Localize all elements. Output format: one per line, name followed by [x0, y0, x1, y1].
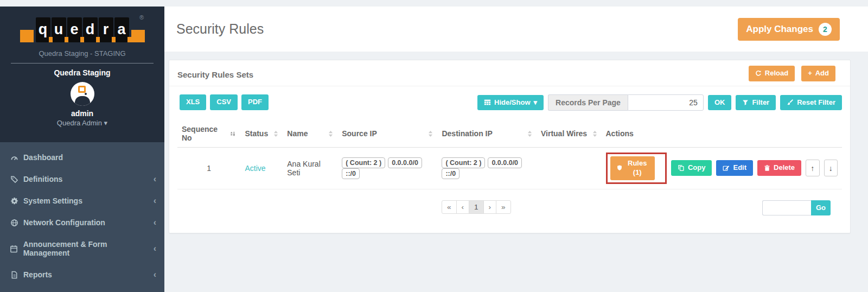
pagination-page-1-button[interactable]: 1: [469, 200, 484, 214]
sidebar-item-announcement-form-management[interactable]: Announcement & Form Management ‹: [0, 233, 164, 264]
records-per-page-input[interactable]: [628, 94, 704, 111]
add-label: Add: [815, 69, 829, 78]
reset-filter-label: Reset Filter: [797, 98, 835, 107]
filter-label: Filter: [752, 98, 769, 107]
page-title: Security Rules: [176, 21, 264, 37]
column-label: Virtual Wires: [541, 129, 587, 138]
hide-show-columns-button[interactable]: Hide/Show ▾: [477, 95, 544, 111]
username-label: admin: [0, 109, 164, 118]
filter-tools: Hide/Show ▾ Records Per Page OK: [477, 94, 842, 111]
apply-changes-button[interactable]: Apply Changes 2: [738, 18, 840, 41]
gears-icon: [8, 197, 20, 205]
copy-button[interactable]: Copy: [671, 160, 712, 176]
brush-icon: [787, 99, 794, 106]
reload-button[interactable]: Reload: [749, 66, 795, 81]
logo-letter-tile: e: [67, 17, 82, 42]
main-area: Security Rules Apply Changes 2 Security …: [164, 7, 868, 292]
edit-pencil-icon: [723, 164, 730, 172]
go-button[interactable]: Go: [811, 200, 831, 215]
app-root: q u e d r a ® Quedra Staging - STAGING Q…: [0, 7, 868, 292]
export-buttons: XLS CSV PDF: [180, 94, 269, 110]
status-active-link[interactable]: Active: [245, 164, 265, 173]
sidebar-item-label: Definitions: [23, 175, 62, 183]
sort-icon: [325, 130, 333, 137]
sort-icon: [270, 130, 278, 137]
column-header-sequence-no[interactable]: Sequence No: [177, 119, 240, 148]
plus-icon: +: [808, 69, 812, 78]
avatar-monitor-icon: [78, 86, 86, 93]
add-button[interactable]: + Add: [801, 66, 835, 81]
column-header-name[interactable]: Name: [283, 119, 337, 148]
user-role-dropdown[interactable]: Quedra Admin ▾: [0, 119, 164, 127]
records-per-page-label: Records Per Page: [548, 94, 628, 111]
logo-letter-tile: a: [114, 17, 129, 42]
column-header-source-ip[interactable]: Source IP: [337, 119, 437, 148]
chevron-left-icon: ‹: [154, 270, 156, 279]
page-number-input[interactable]: [762, 200, 811, 215]
cell-actions: Rules (1) Copy: [602, 148, 843, 189]
column-header-status[interactable]: Status: [240, 119, 283, 148]
caret-down-icon: ▾: [534, 98, 538, 107]
caret-down-icon: ▾: [104, 119, 108, 127]
content-area: Security Rules Sets Reload + Add: [164, 52, 868, 292]
filter-button[interactable]: Filter: [736, 95, 776, 111]
cell-sequence-no: 1: [177, 148, 240, 189]
rules-button[interactable]: Rules (1): [610, 156, 655, 180]
hide-show-label: Hide/Show: [494, 98, 530, 107]
pagination-last-button[interactable]: »: [496, 200, 511, 214]
pagination-next-button[interactable]: ›: [483, 200, 497, 214]
ok-button[interactable]: OK: [708, 95, 732, 111]
pagination-first-button[interactable]: «: [442, 200, 457, 214]
column-label: Name: [287, 129, 308, 138]
column-label: Source IP: [342, 129, 377, 138]
sidebar-item-label: Network Configuration: [23, 218, 105, 227]
sidebar-item-label: Dashboard: [23, 153, 63, 162]
column-label: Destination IP: [442, 129, 492, 138]
sort-icon: [589, 130, 597, 137]
table-grid-icon: [484, 99, 491, 106]
move-up-button[interactable]: ↑: [806, 160, 819, 176]
sidebar-item-definitions[interactable]: Definitions ‹: [0, 168, 164, 190]
export-csv-button[interactable]: CSV: [210, 94, 238, 110]
reload-label: Reload: [765, 69, 788, 78]
export-pdf-button[interactable]: PDF: [241, 94, 269, 110]
user-avatar: [71, 82, 94, 106]
cell-status: Active: [240, 148, 283, 189]
quedra-logo[interactable]: q u e d r a ®: [0, 17, 164, 42]
funnel-icon: [742, 99, 749, 106]
security-rules-sets-panel: Security Rules Sets Reload + Add: [169, 60, 851, 233]
sort-icon: [425, 130, 433, 137]
rules-label: Rules (1): [626, 159, 649, 177]
delete-button[interactable]: Delete: [757, 160, 801, 176]
cell-virtual-wires: [537, 148, 602, 189]
move-down-button[interactable]: ↓: [824, 160, 838, 176]
sidebar: q u e d r a ® Quedra Staging - STAGING Q…: [0, 7, 164, 292]
pagination-prev-button[interactable]: ‹: [456, 200, 470, 214]
panel-heading-buttons: Reload + Add: [749, 66, 835, 81]
arrow-down-icon: ↓: [829, 164, 833, 173]
column-label: Actions: [606, 129, 634, 138]
sidebar-item-dashboard[interactable]: Dashboard: [0, 147, 164, 168]
logo-letter-tile: d: [83, 17, 98, 42]
sidebar-item-network-configuration[interactable]: Network Configuration ‹: [0, 212, 164, 233]
cell-source-ip: ( Count: 2 )0.0.0.0/0::/0: [337, 148, 437, 189]
chevron-left-icon: ‹: [154, 196, 156, 205]
export-xls-button[interactable]: XLS: [180, 94, 206, 110]
column-label: Status: [245, 129, 268, 138]
reset-filter-button[interactable]: Reset Filter: [780, 95, 842, 111]
panel-title: Security Rules Sets: [177, 68, 842, 79]
avatar-dot: [85, 93, 87, 95]
column-header-destination-ip[interactable]: Destination IP: [437, 119, 537, 148]
ip-badge: ::/0: [442, 168, 459, 179]
sidebar-item-system-settings[interactable]: System Settings ‹: [0, 190, 164, 212]
arrow-up-icon: ↑: [810, 164, 814, 173]
ip-badge: ::/0: [342, 168, 360, 179]
environment-label: Quedra Staging - STAGING: [0, 49, 164, 58]
delete-label: Delete: [774, 163, 795, 173]
sidebar-item-reports[interactable]: Reports ‹: [0, 264, 164, 285]
refresh-icon: [755, 70, 762, 77]
column-header-virtual-wires[interactable]: Virtual Wires: [537, 119, 602, 148]
column-label: Sequence No: [182, 125, 227, 142]
page-header: Security Rules Apply Changes 2: [164, 7, 868, 52]
edit-button[interactable]: Edit: [716, 160, 753, 176]
